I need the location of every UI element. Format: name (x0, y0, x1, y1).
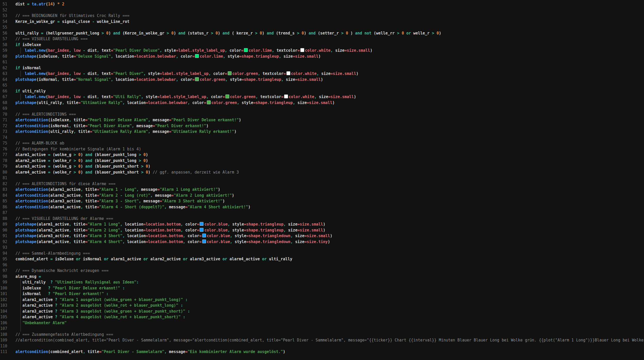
code-line[interactable]: 67 label.new(bar_index, low - dist, text… (0, 94, 644, 100)
code-line[interactable]: 107 (0, 326, 644, 332)
code-token: : (185, 309, 190, 314)
code-line[interactable]: 84alertcondition(alarm2_active, title="A… (0, 193, 644, 199)
code-token: // === VISUELLE DARSTELLUNG der Alarme =… (15, 216, 113, 221)
code-token: (wolke_g (53, 164, 74, 169)
code-line[interactable]: 90plotshape(alarm2_active, title="Alarm … (0, 227, 644, 233)
code-line[interactable]: 69 (0, 106, 644, 112)
code-line[interactable]: 97// === Dynamische Nachricht erzeugen =… (0, 268, 644, 274)
code-line[interactable]: 79alarm3_active = (wolke_g > 0) and (bla… (0, 164, 644, 169)
code-token: dist (88, 71, 97, 76)
code-line[interactable]: 55 (0, 24, 644, 30)
code-token: alarm2_active (15, 158, 48, 163)
code-line[interactable]: 57// === VISUELLE DARSTELLUNG === (0, 36, 644, 42)
code-line[interactable]: 73alertcondition(ulti_rally, title="Ulti… (0, 129, 644, 135)
line-number: 107 (0, 326, 7, 332)
code-token: style (232, 228, 244, 233)
color-swatch-white[interactable] (284, 95, 288, 98)
color-swatch-blue[interactable] (200, 228, 204, 232)
code-token: and (223, 31, 232, 36)
code-line[interactable]: 87 (0, 210, 644, 216)
code-line[interactable]: 75// === ALARM-BLOCK ab (0, 140, 644, 146)
code-line[interactable]: 96 (0, 262, 644, 268)
code-token: and (267, 31, 276, 36)
color-swatch-lime[interactable] (244, 48, 248, 52)
color-swatch-white[interactable] (300, 48, 304, 52)
code-token: style (242, 100, 253, 105)
code-line[interactable]: 65 (0, 82, 644, 88)
code-line[interactable]: 108// === Zusammengefasste Alertbedingun… (0, 332, 644, 338)
color-swatch-green[interactable] (228, 71, 232, 75)
code-line[interactable]: 110 (0, 343, 644, 349)
code-line[interactable]: 100 isDeluxe ? "Pearl Diver Deluxe erkan… (0, 285, 644, 291)
code-line[interactable]: 78alarm2_active = (wolke_r > 0) and (bla… (0, 158, 644, 164)
code-line[interactable]: 74 (0, 135, 644, 141)
code-line[interactable]: 95combined_alert = isDeluxe or isNormal … (0, 256, 644, 262)
code-token: "Alarm 1 Long" (88, 222, 120, 227)
code-token: style (148, 71, 160, 76)
code-line[interactable]: 70// === ALERTCONDITIONS === (0, 112, 644, 117)
code-line[interactable]: 92plotshape(alarm4_active, title="Alarm … (0, 239, 644, 245)
code-line[interactable]: 68plotshape(ulti_rally, title="Ultimativ… (0, 100, 644, 106)
code-line[interactable]: 82// === ALERTCONDITIONS für diese Alarm… (0, 181, 644, 187)
code-line[interactable]: 56ulti_rally = (hellgruener_punkt_long >… (0, 30, 644, 36)
code-line[interactable]: 111alertcondition(combined_alert, title=… (0, 349, 644, 355)
code-line[interactable]: 83alertcondition(alarm1_active, title="A… (0, 187, 644, 193)
code-line[interactable]: 51dist = ta.atr(14) * 2 (0, 1, 644, 7)
color-swatch-green[interactable] (195, 77, 199, 81)
code-line[interactable]: 71alertcondition(isDeluxe, title="Pearl … (0, 117, 644, 123)
code-token: ) (330, 234, 332, 238)
color-swatch-white[interactable] (286, 71, 290, 75)
code-line[interactable]: 102 alarm1_active ? "Alarm 1 ausgelöst (… (0, 297, 644, 303)
code-line[interactable]: 54Kerze_in_wolke_gr = signal_close - wol… (0, 19, 644, 25)
code-line[interactable]: 88// === VISUELLE DARSTELLUNG der Alarme… (0, 216, 644, 222)
code-line[interactable]: 93 (0, 245, 644, 251)
code-line[interactable]: 81 (0, 175, 644, 181)
code-area[interactable]: 51dist = ta.atr(14) * 25253// === BEDING… (0, 1, 644, 355)
code-line[interactable]: 91plotshape(alarm3_active, title="Alarm … (0, 233, 644, 239)
color-swatch-green[interactable] (225, 95, 229, 98)
color-swatch-blue[interactable] (202, 239, 206, 243)
code-line[interactable]: 66if ulti_rally (0, 88, 644, 94)
color-swatch-green[interactable] (207, 100, 211, 104)
code-line[interactable]: 98alarm_msg = (0, 274, 644, 280)
code-token: alarm4_active (230, 257, 262, 261)
pine-script-editor[interactable]: 51dist = ta.atr(14) * 25253// === BEDING… (0, 0, 644, 355)
code-line[interactable]: 101 isNormal ? "Pearl Diver erkannt!" : (0, 291, 644, 297)
code-line[interactable]: 63 label.new(bar_index, low - dist, text… (0, 71, 644, 77)
color-swatch-lime[interactable] (195, 54, 199, 58)
code-line[interactable]: 60plotshape(isDeluxe, title="Deluxe Sign… (0, 54, 644, 59)
code-line[interactable]: 105 alarm4_active ? "Alarm 4 ausgelöst (… (0, 314, 644, 320)
line-number: 92 (0, 239, 7, 245)
code-line[interactable]: 106 "Unbekannter Alarm" (0, 320, 644, 326)
code-token: size (284, 54, 293, 59)
code-line[interactable]: 109//alertcondition(combined_alert, titl… (0, 337, 644, 343)
code-line[interactable]: 58if isDeluxe (0, 42, 644, 48)
code-line[interactable]: 77alarm1_active = (wolke_g > 0) and (bla… (0, 152, 644, 158)
code-token: = (48, 158, 53, 163)
code-line[interactable]: 103 alarm2_active ? "Alarm 2 ausgelöst (… (0, 303, 644, 308)
code-line[interactable]: 53// === BEDINGUNGEN für Ultimatives Cro… (0, 13, 644, 19)
code-line[interactable]: 99 ulti_rally ? "Ultimatives Rallysignal… (0, 279, 644, 285)
code-line[interactable]: 94// === Sammel-Alarmbedingung === (0, 251, 644, 256)
code-token: // ggf. anpassen, derzeit wie Alarm 3 (153, 170, 239, 175)
code-line[interactable]: 61 (0, 59, 644, 65)
color-swatch-blue[interactable] (200, 222, 204, 226)
color-swatch-blue[interactable] (202, 234, 206, 237)
code-line[interactable]: 52 (0, 7, 644, 13)
line-number: 63 (0, 71, 7, 77)
code-token: color (211, 95, 223, 99)
code-token: , (57, 77, 62, 82)
code-token: "Ultimative Rally Alarm" (92, 129, 148, 134)
code-line[interactable]: 62if isNormal (0, 65, 644, 71)
code-line[interactable]: 76// Bedingungen für kombinierte Signale… (0, 146, 644, 152)
code-line[interactable]: 64plotshape(isNormal, title="Normal Sign… (0, 77, 644, 83)
code-line[interactable]: 85alertcondition(alarm3_active, title="A… (0, 198, 644, 204)
code-token: =label.style_label_up (157, 95, 206, 99)
code-line[interactable]: 59 label.new(bar_index, low - dist, text… (0, 48, 644, 54)
code-line[interactable]: 72alertcondition(isNormal, title="Pearl … (0, 123, 644, 129)
code-line[interactable]: 80alarm4_active = (wolke_r > 0) and (bla… (0, 169, 644, 175)
code-line[interactable]: 86alertcondition(alarm4_active, title="A… (0, 204, 644, 210)
code-line[interactable]: 89plotshape(alarm1_active, title="Alarm … (0, 221, 644, 227)
code-line[interactable]: 104 alarm3_active ? "Alarm 3 ausgelöst (… (0, 308, 644, 314)
code-token: 0 (106, 31, 108, 36)
